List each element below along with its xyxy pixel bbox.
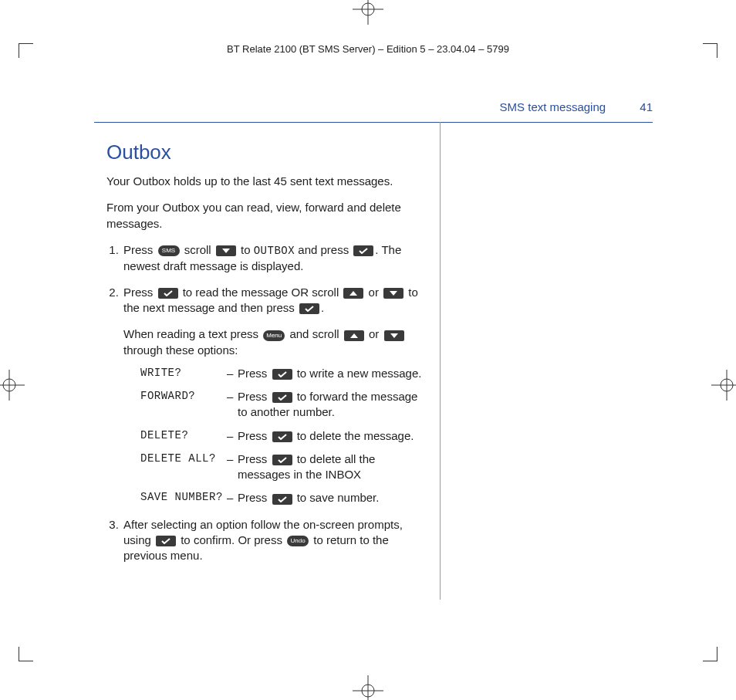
down-arrow-key-icon — [383, 288, 403, 299]
sms-key-icon: SMS — [158, 245, 180, 256]
ok-key-icon — [272, 494, 292, 505]
running-header: SMS text messaging 41 — [500, 100, 653, 113]
lcd-text-outbox: OUTBOX — [254, 245, 295, 257]
svg-marker-12 — [222, 249, 230, 253]
body-column: Outbox Your Outbox holds up to the last … — [106, 139, 430, 574]
lcd-text: SAVE NUMBER? — [140, 490, 227, 505]
option-forward: FORWARD? – Press to forward the message … — [140, 389, 430, 421]
ok-key-icon — [156, 536, 176, 546]
ok-key-icon — [299, 303, 319, 314]
up-arrow-key-icon — [343, 288, 363, 299]
option-write: WRITE? – Press to write a new message. — [140, 366, 430, 381]
crop-mark-se — [703, 647, 717, 661]
crop-mark-nw — [19, 43, 33, 58]
ok-key-icon — [353, 245, 373, 256]
ok-key-icon — [272, 369, 292, 380]
up-arrow-key-icon — [344, 330, 364, 341]
undo-key-icon: Undo — [287, 536, 309, 546]
option-delete: DELETE? – Press to delete the message. — [140, 428, 430, 444]
down-arrow-key-icon — [384, 330, 404, 341]
ok-key-icon — [272, 455, 292, 465]
section-title: SMS text messaging — [500, 100, 606, 113]
svg-marker-15 — [350, 333, 358, 338]
registration-mark-bottom — [351, 674, 385, 700]
step-3: After selecting an option follow the on-… — [122, 517, 430, 564]
down-arrow-key-icon — [216, 245, 236, 256]
heading-outbox: Outbox — [106, 139, 430, 166]
option-save-number: SAVE NUMBER? – Press to save number. — [140, 490, 430, 506]
intro-paragraph-2: From your Outbox you can read, view, for… — [106, 200, 430, 232]
crop-mark-ne — [703, 43, 717, 58]
intro-paragraph-1: Your Outbox holds up to the last 45 sent… — [106, 174, 430, 189]
menu-key-icon: Menu — [263, 330, 285, 341]
header-rule — [94, 122, 653, 123]
imposition-header: BT Relate 2100 (BT SMS Server) – Edition… — [19, 43, 717, 55]
svg-marker-16 — [390, 333, 398, 338]
step-2: Press to read the message OR scroll or t… — [122, 285, 430, 506]
svg-marker-14 — [390, 291, 397, 296]
procedure-list: Press SMS scroll to OUTBOX and press . T… — [106, 242, 430, 564]
registration-mark-top — [351, 0, 385, 26]
page-number: 41 — [640, 100, 653, 113]
registration-mark-left — [0, 368, 26, 402]
options-list: WRITE? – Press to write a new message. F… — [140, 366, 430, 506]
lcd-text: DELETE ALL? — [140, 451, 227, 466]
lcd-text: DELETE? — [140, 428, 227, 443]
lcd-text: FORWARD? — [140, 389, 227, 404]
crop-mark-sw — [19, 647, 33, 661]
ok-key-icon — [158, 288, 178, 299]
column-divider — [440, 122, 441, 600]
ok-key-icon — [272, 431, 292, 442]
step-1: Press SMS scroll to OUTBOX and press . T… — [122, 242, 430, 274]
svg-marker-13 — [349, 291, 357, 296]
document-page: BT Relate 2100 (BT SMS Server) – Edition… — [0, 0, 736, 700]
option-delete-all: DELETE ALL? – Press to delete all the me… — [140, 451, 430, 483]
ok-key-icon — [272, 392, 292, 403]
registration-mark-right — [710, 368, 736, 402]
lcd-text: WRITE? — [140, 366, 227, 380]
